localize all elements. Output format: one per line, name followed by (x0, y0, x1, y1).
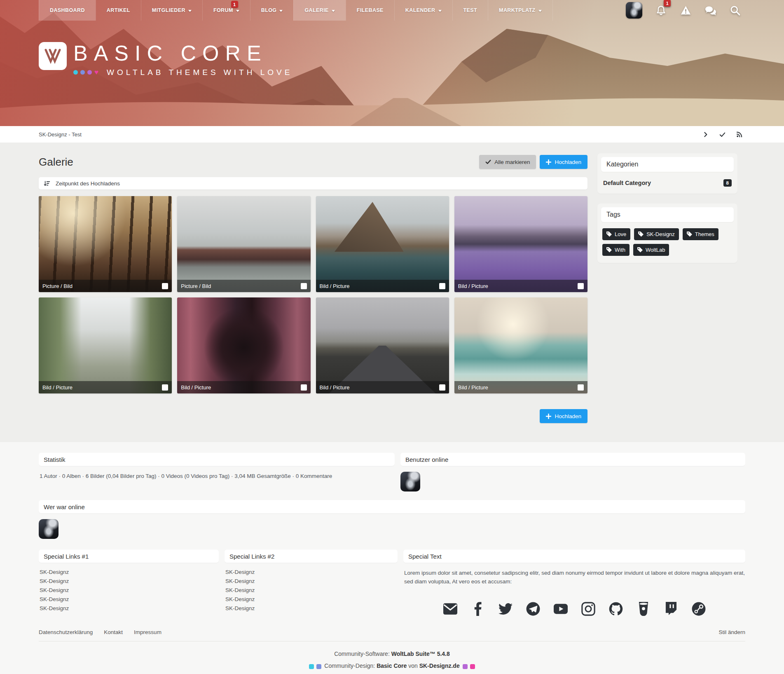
upload-label: Hochladen (555, 159, 581, 165)
software-prefix: Community-Software: (334, 651, 390, 657)
nav-label: MITGLIEDER (152, 7, 185, 13)
gallery-item-5[interactable]: Bild / Picture (39, 297, 172, 393)
design-name[interactable]: Basic Core (377, 662, 407, 669)
footer-link[interactable]: SK-Designz (225, 578, 398, 584)
facebook-icon[interactable] (471, 602, 485, 616)
gallery-item-3[interactable]: Bild / Picture (316, 196, 449, 292)
nav-item-galerie[interactable]: GALERIE (293, 0, 345, 21)
instagram-icon[interactable] (581, 602, 595, 616)
chevron-down-icon (538, 10, 542, 12)
brand[interactable]: BASIC CORE ♥ WOLTLAB THEMES WITH LOVE (39, 42, 293, 77)
telegram-icon[interactable] (526, 602, 540, 616)
twitter-icon[interactable] (498, 602, 513, 616)
site-header: DASHBOARD ARTIKEL MITGLIEDER FORUM 1 BLO… (0, 0, 784, 126)
footer-link[interactable]: SK-Designz (40, 578, 219, 584)
footer-link[interactable]: SK-Designz (40, 587, 219, 593)
legal-row: Datenschutzerklärung Kontakt Impressum S… (39, 629, 745, 635)
sidebar-item-default-category[interactable]: Default Category 8 (601, 177, 734, 187)
nav-item-artikel[interactable]: ARTIKEL (96, 0, 141, 21)
github-icon[interactable] (609, 602, 623, 616)
footer-link[interactable]: SK-Designz (40, 605, 219, 611)
gallery-item-2[interactable]: Picture / Bild (177, 196, 310, 292)
select-checkbox[interactable] (162, 384, 168, 391)
nav-label: KALENDER (405, 7, 435, 13)
who-was-online-avatar[interactable] (39, 519, 59, 539)
select-checkbox[interactable] (439, 283, 445, 289)
tag-with[interactable]: With (602, 244, 630, 256)
tag-themes[interactable]: Themes (683, 228, 718, 240)
search-button[interactable] (729, 4, 741, 16)
select-checkbox[interactable] (578, 384, 584, 391)
chevron-right-icon[interactable] (702, 131, 709, 138)
gallery-item-7[interactable]: Bild / Picture (316, 297, 449, 393)
footer-link[interactable]: SK-Designz (225, 569, 398, 575)
brand-subtitle: WOLTLAB THEMES WITH LOVE (107, 68, 293, 77)
footer-link[interactable]: SK-Designz (225, 605, 398, 611)
social-icons-row (403, 602, 745, 616)
software-name[interactable]: WoltLab Suite™ 5.4.8 (391, 651, 450, 657)
select-checkbox[interactable] (301, 283, 307, 289)
image-caption: Bild / Picture (316, 381, 449, 393)
image-title: Bild / Picture (458, 384, 488, 391)
privacy-link[interactable]: Datenschutzerklärung (39, 629, 93, 635)
users-online-box: Benutzer online (400, 453, 745, 491)
nav-item-dashboard[interactable]: DASHBOARD (39, 0, 96, 21)
email-icon[interactable] (443, 602, 457, 616)
nav-item-test[interactable]: TEST (452, 0, 488, 21)
moderation-button[interactable] (679, 4, 692, 16)
footer-link[interactable]: SK-Designz (225, 587, 398, 593)
tag-love[interactable]: Love (602, 228, 630, 240)
gallery-item-8[interactable]: Bild / Picture (454, 297, 587, 393)
online-user-avatar[interactable] (400, 472, 420, 491)
select-checkbox[interactable] (439, 384, 445, 391)
footer-link[interactable]: SK-Designz (225, 596, 398, 602)
mark-read-check-icon[interactable] (719, 131, 726, 138)
design-square-pink (470, 664, 475, 669)
special-links-2-title: Special Links #2 (225, 550, 398, 563)
youtube-icon[interactable] (554, 602, 568, 616)
footer-link[interactable]: SK-Designz (40, 569, 219, 575)
chevron-down-icon (332, 10, 335, 12)
nav-item-mitglieder[interactable]: MITGLIEDER (141, 0, 202, 21)
title-buttons: Alle markieren Hochladen (479, 155, 587, 169)
gallery-image-boardwalk (39, 297, 172, 393)
gallery-item-4[interactable]: Bild / Picture (454, 196, 587, 292)
nav-item-blog[interactable]: BLOG (250, 0, 294, 21)
tag-sk-designz[interactable]: SK-Designz (634, 228, 679, 240)
twitch-icon[interactable] (664, 602, 678, 616)
gallery-item-1[interactable]: Picture / Bild (39, 196, 172, 292)
categories-title: Kategorien (601, 157, 734, 172)
mark-all-button[interactable]: Alle markieren (479, 155, 536, 169)
steam-icon[interactable] (692, 602, 706, 616)
notifications-button[interactable]: 1 (655, 4, 667, 16)
gallery-grid: Picture / Bild Picture / Bild Bild / Pic… (39, 196, 587, 393)
rss-icon[interactable] (736, 131, 743, 138)
nav-item-kalender[interactable]: KALENDER (394, 0, 452, 21)
nav-item-forum[interactable]: FORUM 1 (202, 0, 250, 21)
user-avatar[interactable] (626, 2, 642, 19)
breadcrumb[interactable]: SK-Designz - Test (39, 131, 82, 138)
untappd-icon[interactable] (637, 602, 651, 616)
select-checkbox[interactable] (301, 384, 307, 391)
tag-woltlab[interactable]: WoltLab (633, 244, 669, 256)
upload-button-bottom[interactable]: Hochladen (540, 409, 587, 423)
select-checkbox[interactable] (578, 283, 584, 289)
design-author-link[interactable]: SK-Designz.de (419, 662, 460, 669)
footer-link[interactable]: SK-Designz (40, 596, 219, 602)
change-style-link[interactable]: Stil ändern (718, 629, 745, 635)
select-checkbox[interactable] (162, 283, 168, 289)
special-links-1-title: Special Links #1 (39, 550, 219, 563)
conversations-button[interactable] (704, 4, 716, 16)
sort-amount-icon (43, 180, 50, 187)
nav-item-marktplatz[interactable]: MARKTPLATZ (488, 0, 552, 21)
sort-selector[interactable]: Zeitpunkt des Hochladens (39, 177, 587, 190)
upload-label: Hochladen (555, 413, 581, 419)
imprint-link[interactable]: Impressum (134, 629, 161, 635)
special-links-2-box: Special Links #2 SK-Designz SK-Designz S… (225, 550, 398, 616)
contact-link[interactable]: Kontakt (104, 629, 123, 635)
footer: Statistik 1 Autor · 0 Alben · 6 Bilder (… (0, 442, 784, 674)
image-caption: Bild / Picture (316, 280, 449, 292)
upload-button[interactable]: Hochladen (540, 155, 587, 169)
gallery-item-6[interactable]: Bild / Picture (177, 297, 310, 393)
nav-item-filebase[interactable]: FILEBASE (346, 0, 394, 21)
